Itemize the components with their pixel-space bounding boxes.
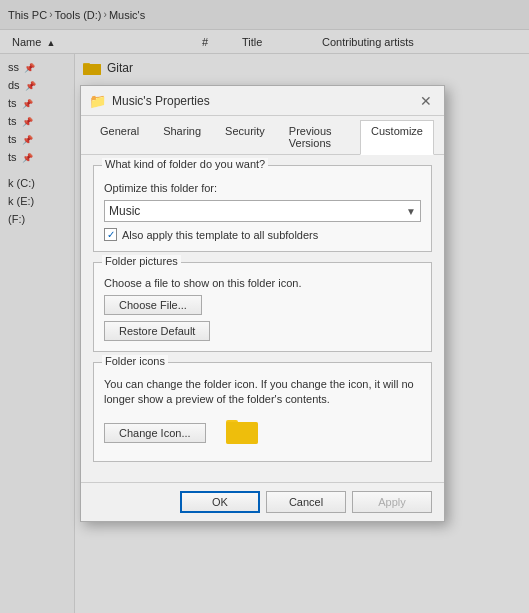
folder-icons-section: Folder icons You can change the folder i… bbox=[93, 362, 432, 462]
svg-rect-5 bbox=[226, 422, 258, 444]
dialog-content: What kind of folder do you want? Optimiz… bbox=[81, 155, 444, 482]
folder-pictures-desc: Choose a file to show on this folder ico… bbox=[104, 277, 421, 289]
folder-pictures-section: Folder pictures Choose a file to show on… bbox=[93, 262, 432, 352]
dialog-close-button[interactable]: ✕ bbox=[416, 91, 436, 111]
tab-previous-versions[interactable]: Previous Versions bbox=[278, 120, 358, 154]
subfolders-checkbox[interactable]: ✓ bbox=[104, 228, 117, 241]
folder-icons-desc: You can change the folder icon. If you c… bbox=[104, 377, 421, 408]
tab-security[interactable]: Security bbox=[214, 120, 276, 154]
change-icon-button[interactable]: Change Icon... bbox=[104, 423, 206, 443]
ok-button[interactable]: OK bbox=[180, 491, 260, 513]
optimize-dropdown[interactable]: Music ▼ bbox=[104, 200, 421, 222]
dialog-titlebar: 📁 Music's Properties ✕ bbox=[81, 86, 444, 116]
choose-file-button[interactable]: Choose File... bbox=[104, 295, 202, 315]
dialog-tabs: General Sharing Security Previous Versio… bbox=[81, 116, 444, 155]
dropdown-arrow-icon: ▼ bbox=[406, 206, 416, 217]
dialog-title-left: 📁 Music's Properties bbox=[89, 93, 210, 109]
apply-button[interactable]: Apply bbox=[352, 491, 432, 513]
tab-customize[interactable]: Customize bbox=[360, 120, 434, 155]
restore-default-button[interactable]: Restore Default bbox=[104, 321, 210, 341]
optimize-label: Optimize this folder for: bbox=[104, 182, 421, 194]
dialog-folder-icon: 📁 bbox=[89, 93, 106, 109]
tab-general[interactable]: General bbox=[89, 120, 150, 154]
folder-type-label: What kind of folder do you want? bbox=[102, 158, 268, 170]
dialog-title: Music's Properties bbox=[112, 94, 210, 108]
tab-sharing[interactable]: Sharing bbox=[152, 120, 212, 154]
cancel-button[interactable]: Cancel bbox=[266, 491, 346, 513]
change-icon-row: Change Icon... bbox=[104, 416, 421, 451]
folder-icons-label: Folder icons bbox=[102, 355, 168, 367]
folder-preview-icon bbox=[226, 416, 258, 451]
properties-dialog: 📁 Music's Properties ✕ General Sharing S… bbox=[80, 85, 445, 522]
subfolders-checkbox-row[interactable]: ✓ Also apply this template to all subfol… bbox=[104, 228, 421, 241]
subfolders-label: Also apply this template to all subfolde… bbox=[122, 229, 318, 241]
folder-pictures-label: Folder pictures bbox=[102, 255, 181, 267]
dialog-footer: OK Cancel Apply bbox=[81, 482, 444, 521]
folder-type-section: What kind of folder do you want? Optimiz… bbox=[93, 165, 432, 252]
